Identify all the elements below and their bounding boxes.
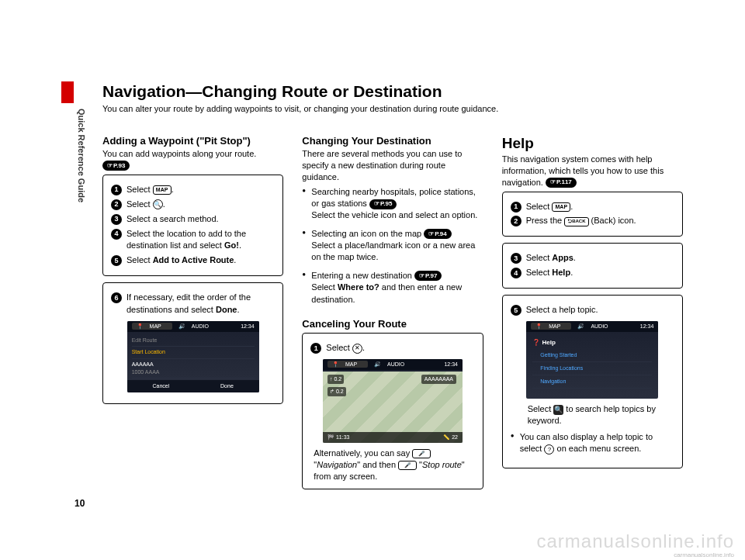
col-help: Help This navigation system comes with h… [502,135,683,496]
search-icon: 🔍 [153,199,163,209]
stop-icon: ✕ [352,344,362,354]
page-content: Navigation—Changing Route or Destination… [102,82,683,496]
heading-waypoint: Adding a Waypoint ("Pit Stop") [102,135,283,147]
help-box-2: 3 Select Apps. 4 Select Help. [502,243,683,289]
waypoint-edit-box: 6 If necessary, edit the order of the de… [102,282,283,404]
step-badge: 3 [511,253,522,264]
step-badge: 6 [111,292,122,303]
step-text: Select Apps. [526,252,674,264]
col-destination: Changing Your Destination There are seve… [302,135,483,496]
step-badge: 5 [111,255,122,266]
step-badge: 2 [111,199,122,210]
destination-methods: Searching nearby hospitals, police stati… [302,186,483,306]
sidebar-label: Quick Reference Guide [74,109,86,264]
voice-icon: 🎤 [398,461,417,470]
heading-cancel: Canceling Your Route [302,318,483,330]
step-text: Select the location to add to the destin… [126,228,275,253]
step-text: If necessary, edit the order of the dest… [126,292,275,316]
step-badge: 1 [111,185,122,195]
help-icon: ? [544,444,554,455]
step-text: Select 🔍. [126,199,275,211]
watermark: carmanualsonline.info [537,531,734,552]
page-ref: P.94 [424,229,451,239]
screenshot-help-menu: 📍 MAP🔊 AUDIO 12:34 ❓ Help Getting Starte… [526,321,658,399]
screenshot-edit-route: 📍 MAP🔊 AUDIO 12:34 Edit Route Start Loca… [127,321,259,392]
watermark-small: carmanualsonline.info [674,551,734,558]
step-badge: 4 [111,229,122,240]
step-text: Select ✕. [326,342,474,354]
page-ref: P.93 [102,161,130,171]
page-ref: P.95 [369,199,397,209]
step-badge: 4 [511,268,522,278]
voice-icon: 🎤 [412,449,431,458]
heading-destination: Changing Your Destination [302,135,483,147]
list-item: Searching nearby hospitals, police stati… [302,186,483,222]
page-ref: P.97 [414,271,442,281]
screenshot-map: 📍 MAP🔊 AUDIO 12:34 AAAAAAAA ↑ 0.2 ↱ 0.2 … [323,359,463,443]
step-badge: 1 [511,202,522,213]
list-item: You can also display a help topic to sel… [511,431,674,455]
voice-alt-text: Alternatively, you can say 🎤 "Navigation… [310,448,474,482]
step-text: Press the ⮌BACK (Back) icon. [526,215,674,227]
list-item: Selecting an icon on the map P.94 Select… [302,228,483,264]
step-badge: 1 [310,343,321,354]
help-box-1: 1 Select MAP. 2 Press the ⮌BACK (Back) i… [502,192,683,237]
page-ref: P.117 [546,178,577,188]
help-box-3: 5 Select a help topic. 📍 MAP🔊 AUDIO 12:3… [502,295,683,468]
destination-desc: There are several methods you can use to… [302,148,483,183]
step-badge: 3 [111,214,122,225]
search-icon: 🔍 [553,405,563,415]
step-text: Select MAP. [526,201,674,213]
list-item: Entering a new destination P.97 Select W… [302,270,483,306]
step-text: Select Add to Active Route. [126,254,275,267]
section-tab [61,81,74,103]
step-text: Select a help topic. [526,304,674,316]
map-icon: MAP [552,202,570,212]
heading-help: Help [502,135,683,152]
map-icon: MAP [153,185,172,195]
waypoint-steps-box: 1 Select MAP. 2 Select 🔍. 3 Select a sea… [102,175,283,277]
col-waypoint: Adding a Waypoint ("Pit Stop") You can a… [102,135,283,496]
help-desc: This navigation system comes with help i… [502,154,683,188]
step-text: Select Help. [526,267,674,279]
page-number: 10 [74,498,85,509]
step-text: Select MAP. [126,184,275,196]
help-search-note: Select 🔍 to search help topics by keywor… [511,403,674,427]
page-title: Navigation—Changing Route or Destination [102,82,683,101]
back-icon: ⮌BACK [564,217,588,226]
step-badge: 2 [511,216,522,226]
waypoint-desc: You can add waypoints along your route. … [102,148,283,171]
step-badge: 5 [511,305,522,316]
cancel-route-box: 1 Select ✕. 📍 MAP🔊 AUDIO 12:34 AAAAAAAA … [302,333,483,489]
step-text: Select a search method. [126,213,275,226]
page-subtitle: You can alter your route by adding waypo… [102,104,683,113]
